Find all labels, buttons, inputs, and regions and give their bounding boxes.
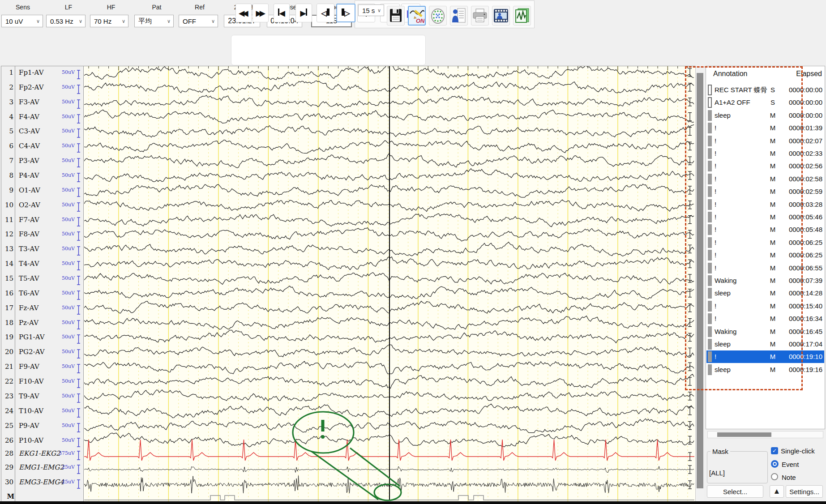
scale-bracket-icon [77,349,81,360]
annotate-on-button[interactable]: ON [408,6,426,26]
channel-row[interactable]: 26P10-AV50uV [4,436,84,447]
annotation-row[interactable]: !M0000:05:48 [706,223,824,236]
channel-row[interactable]: 5C3-AV50uV [4,127,84,138]
single-click-checkbox[interactable]: ✓ [771,447,778,454]
channel-row[interactable]: 30EMG3-EMG425uV [4,478,84,489]
channel-row[interactable]: 17Fz-AV50uV [4,304,84,315]
annotation-row[interactable]: sleepM0000:00:00 [706,109,824,122]
annotation-row[interactable]: sleepM0000:17:04 [706,338,824,350]
annotation-row[interactable]: sleepM0000:19:16 [706,363,824,376]
channel-row[interactable]: 25P9-AV50uV [4,422,84,432]
sens-select[interactable]: 10 uV∨ [1,15,43,27]
annotation-row[interactable]: !M0000:02:07 [706,135,824,147]
fast-forward-button[interactable]: ▶▶ [253,4,269,22]
channel-row[interactable]: 15T5-AV50uV [4,274,84,285]
lf-select[interactable]: 0.53 Hz∨ [46,15,86,27]
print-button[interactable] [471,6,489,26]
annotation-row[interactable]: sleepM0000:14:28 [706,287,824,299]
note-radio[interactable] [771,473,778,480]
channel-row[interactable]: 21F9-AV50uV [4,363,84,373]
channel-row[interactable]: 2Fp2-AV50uV [4,83,84,94]
channel-row[interactable]: 9O1-AV50uV [4,186,84,197]
waveform-area[interactable] [84,66,695,502]
channel-row[interactable]: 11F7-AV50uV [4,216,84,226]
channel-row[interactable]: 13T3-AV50uV [4,245,84,256]
annotation-label: ! [715,251,716,259]
channel-row[interactable]: 8P4-AV50uV [4,171,84,182]
last-page-button[interactable]: ▶ [295,4,312,22]
window-length-select[interactable]: 15 s∨ [358,4,384,16]
annotation-type: S [768,86,777,94]
annotation-row[interactable]: !M0000:02:59 [706,185,824,198]
annotation-type: M [768,124,777,132]
annotation-label: ! [715,264,716,272]
select-button[interactable]: Select... [707,485,763,498]
annotation-row[interactable]: !M0000:05:46 [706,211,824,223]
video-button[interactable] [492,6,510,26]
channel-row[interactable]: 19PG1-AV50uV [4,333,84,344]
channel-row[interactable]: 3F3-AV50uV [4,98,84,109]
rewind-button[interactable]: ◀◀ [235,4,252,22]
patient-info-button[interactable] [450,6,468,26]
step-forward-button[interactable]: ▷ [336,4,355,22]
electrode-map-button[interactable] [429,6,447,26]
annotation-row[interactable]: !M0000:06:25 [706,236,824,249]
annotation-row[interactable]: !M0000:02:56 [706,160,824,172]
triangle-button[interactable]: ▲ [770,485,784,498]
annotation-label: Waking [715,277,736,284]
annotation-row[interactable]: REC START 蝶骨S0000:00:00 [706,84,824,96]
event-radio[interactable] [771,460,779,468]
annotation-type: M [768,188,777,195]
waveform-vertical-scrollbar-thumb[interactable] [697,73,703,488]
step-back-button[interactable]: ◁ [317,4,334,22]
channel-row[interactable]: 7P3-AV50uV [4,157,84,167]
annotation-row[interactable]: !M0000:02:33 [706,147,824,160]
annotation-horizontal-scrollbar-thumb[interactable] [717,432,771,437]
channel-row[interactable]: 12F8-AV50uV [4,230,84,241]
channel-row[interactable]: 1Fp1-AV50uV [4,68,84,79]
channel-row[interactable]: 16T6-AV50uV [4,289,84,300]
ref-select[interactable]: OFF∨ [179,15,218,27]
channel-number: 4 [4,113,13,121]
step-back-icon: ◁ [321,9,330,17]
ref-label: Ref [185,4,214,11]
channel-row[interactable]: 22F10-AV50uV [4,377,84,388]
annotation-row[interactable]: WakingM0000:07:39 [706,274,824,287]
scale-bracket-icon [77,261,81,272]
first-page-button[interactable]: ◀ [274,4,290,22]
annotation-type: M [768,175,777,183]
channel-row[interactable]: 28EKG1-EKG2375uV [4,449,84,460]
hf-select[interactable]: 70 Hz∨ [90,15,128,27]
annotation-row[interactable]: !M0000:03:28 [706,198,824,211]
settings-button[interactable]: Settings... [786,485,823,498]
channel-label: Pz-AV [19,319,39,327]
annotation-row[interactable]: !M0000:06:25 [706,249,824,261]
trend-button[interactable] [513,6,531,26]
scale-bracket-icon [77,364,81,375]
channel-row[interactable]: 4F4-AV50uV [4,113,84,124]
annotation-row[interactable]: !M0000:06:55 [706,262,824,274]
channel-row[interactable]: 10O2-AV50uV [4,201,84,212]
pat-select[interactable]: 平均∨ [134,15,174,27]
annotation-row[interactable]: !M0000:19:10 [706,350,824,363]
channel-row[interactable]: 24T10-AV50uV [4,407,84,418]
annotation-row[interactable]: !M0000:15:40 [706,300,824,312]
channel-row[interactable]: 29EMG1-EMG225uV [4,463,84,474]
annotation-row[interactable]: !M0000:16:34 [706,312,824,325]
save-button[interactable] [387,6,405,26]
channel-row[interactable]: 20PG2-AV50uV [4,348,84,359]
annotation-row[interactable]: WakingM0000:16:45 [706,325,824,338]
annotation-type: M [768,213,777,221]
annotation-marker-icon [708,136,712,146]
annotation-row[interactable]: !M0000:01:39 [706,122,824,134]
annotation-row[interactable]: !M0000:02:58 [706,173,824,185]
channel-row[interactable]: 14T4-AV50uV [4,260,84,270]
channel-row[interactable]: 18Pz-AV50uV [4,319,84,329]
annotation-elapsed-time: 0000:00:00 [789,111,822,119]
channel-row[interactable]: 23T9-AV50uV [4,392,84,403]
channel-label: PG1-AV [19,333,45,341]
annotation-row[interactable]: A1+A2 OFFS0000:00:00 [706,96,824,109]
annotation-label: ! [715,353,716,360]
channel-row[interactable]: 6C4-AV50uV [4,142,84,153]
channel-label: O1-AV [19,186,40,194]
